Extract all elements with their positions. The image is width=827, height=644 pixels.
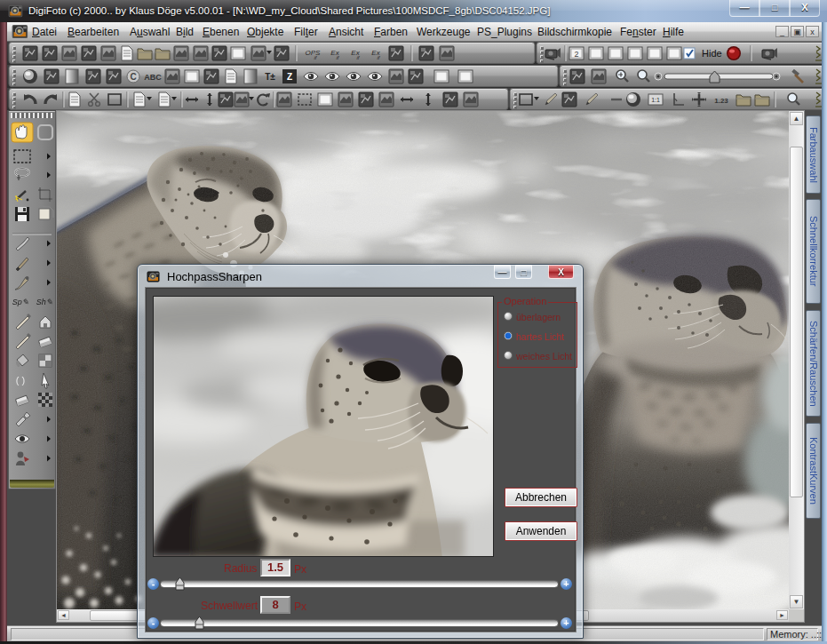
svg-text:2: 2 [574, 50, 578, 59]
svg-text:Hide: Hide [702, 48, 722, 59]
svg-text:Sp✎: Sp✎ [12, 298, 29, 306]
svg-text:Z: Z [287, 72, 292, 82]
svg-text:C: C [130, 72, 136, 82]
svg-text:T±: T± [265, 72, 275, 82]
svg-text:1:1: 1:1 [651, 97, 660, 103]
svg-text:1.23: 1.23 [714, 97, 728, 105]
svg-text:ABC: ABC [144, 73, 162, 82]
svg-text:Sh✎: Sh✎ [36, 298, 53, 306]
svg-text:OPS: OPS [306, 49, 322, 57]
svg-text:( ): ( ) [16, 375, 25, 386]
